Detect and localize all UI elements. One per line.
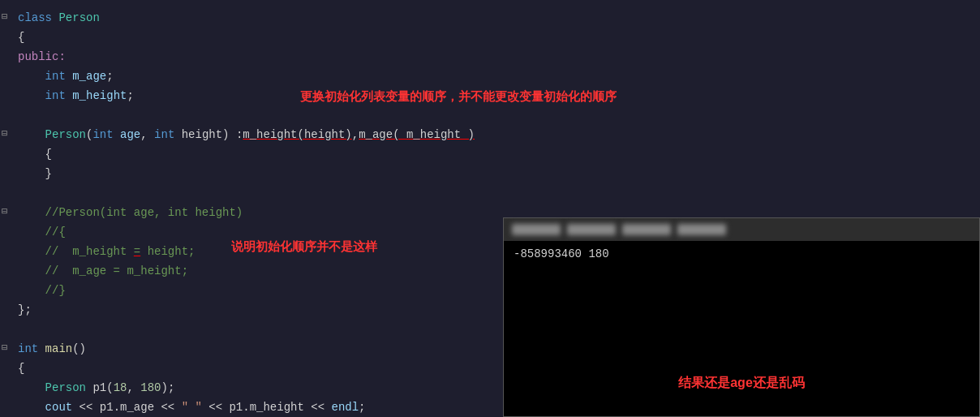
line-content: cout << p1.m_age << " " << p1.m_height <… (15, 398, 507, 416)
annotation-top-right: 更换初始化列表变量的顺序，并不能更改变量初始化的顺序 (300, 89, 617, 105)
line-content: Person p1(18, 180); (15, 379, 507, 397)
line-content: { (15, 359, 507, 377)
line-content: }; (15, 301, 507, 319)
line-class-person: ⊟ class Person (0, 8, 507, 28)
line-arrow: ⊟ (0, 9, 15, 23)
line-arrow: ⊟ (0, 204, 15, 217)
line-cout: cout << p1.m_age << " " << p1.m_height <… (0, 398, 507, 417)
line-content: { (15, 28, 507, 46)
line-arrow (0, 301, 15, 303)
line-content: //Person(int age, int height) (15, 204, 507, 221)
line-content (15, 184, 507, 202)
line-content: public: (15, 48, 507, 66)
line-arrow (0, 379, 15, 380)
line-main-open: { (0, 359, 507, 378)
line-open-brace: { (0, 28, 507, 47)
code-editor: ⊟ class Person { public: int m_age; int … (0, 0, 980, 417)
line-arrow (0, 165, 15, 166)
line-arrow (0, 243, 15, 244)
line-arrow: ⊟ (0, 126, 15, 140)
line-arrow (0, 145, 15, 147)
line-content (15, 106, 507, 124)
line-content: } (15, 165, 507, 183)
line-blank3 (0, 320, 507, 339)
popup-body: -858993460 180 结果还是age还是乱码 (504, 241, 979, 416)
line-arrow (0, 28, 15, 30)
line-arrow (0, 67, 15, 69)
line-arrow (0, 320, 15, 322)
line-arrow (0, 223, 15, 225)
line-cmt-constructor: ⊟ //Person(int age, int height) (0, 203, 507, 222)
line-blank1 (0, 105, 507, 125)
popup-annotation: 结果还是age还是乱码 (678, 375, 805, 392)
line-ctor-close: } (0, 164, 507, 183)
title-blur-1 (512, 224, 561, 235)
line-arrow (0, 106, 15, 108)
line-content: int main() (15, 340, 507, 358)
line-content (15, 320, 507, 338)
line-content: Person(int age, int height) :m_height(he… (15, 126, 507, 144)
line-arrow (0, 48, 15, 49)
line-arrow (0, 398, 15, 400)
line-blank2 (0, 183, 507, 203)
line-content: //{ (15, 223, 507, 241)
popup-window: -858993460 180 结果还是age还是乱码 (503, 217, 980, 417)
line-arrow (0, 282, 15, 283)
line-cmt-mage: // m_age = m_height; (0, 261, 507, 281)
line-content: int m_age; (15, 67, 507, 85)
title-blur-2 (567, 224, 616, 235)
line-int-age: int m_age; (0, 67, 507, 86)
title-blur-3 (622, 224, 671, 235)
line-content: //} (15, 282, 507, 299)
line-public: public: (0, 47, 507, 67)
line-content: { (15, 145, 507, 163)
line-arrow (0, 262, 15, 264)
line-person-p1: Person p1(18, 180); (0, 378, 507, 398)
line-content: class Person (15, 9, 507, 27)
line-arrow: ⊟ (0, 340, 15, 354)
line-cmt-close: //} (0, 281, 507, 300)
line-class-close: }; (0, 300, 507, 320)
popup-output: -858993460 180 (514, 247, 969, 260)
line-constructor: ⊟ Person(int age, int height) :m_height(… (0, 125, 507, 144)
annotation-middle: 说明初始化顺序并不是这样 (231, 239, 377, 255)
popup-title-bar (504, 218, 979, 241)
line-arrow (0, 87, 15, 88)
line-ctor-open: { (0, 144, 507, 164)
line-arrow (0, 359, 15, 361)
code-area: ⊟ class Person { public: int m_age; int … (0, 0, 507, 417)
line-content: // m_age = m_height; (15, 262, 507, 280)
title-blur-4 (677, 224, 726, 235)
line-main: ⊟ int main() (0, 339, 507, 359)
line-arrow (0, 184, 15, 186)
